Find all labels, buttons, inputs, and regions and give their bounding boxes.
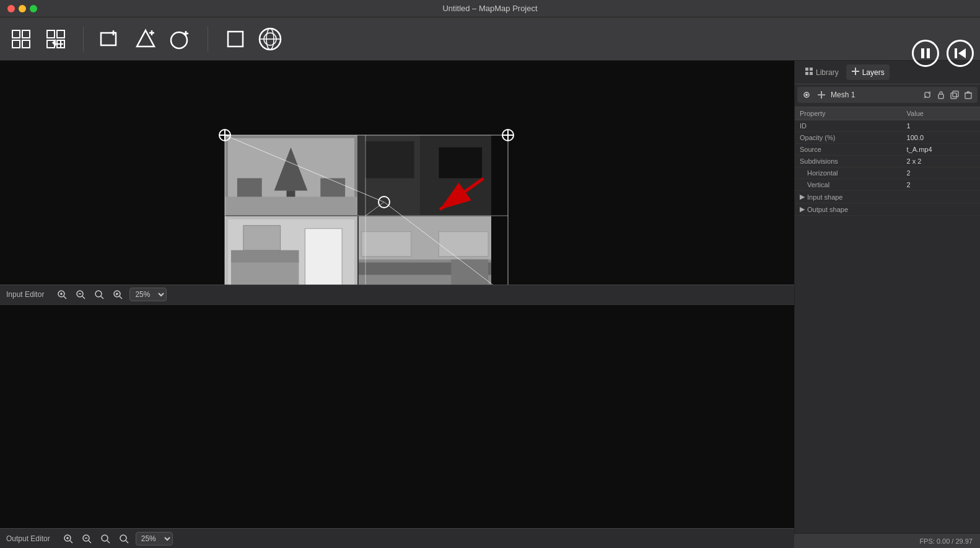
prop-val-source: t_A.mp4	[902, 144, 980, 156]
output-editor-strip: Output Editor 25%	[0, 528, 794, 548]
zoom-in-button-input[interactable]	[55, 288, 69, 301]
prop-row-vertical: Vertical 2	[795, 179, 980, 191]
tab-library[interactable]: Library	[800, 64, 844, 80]
add-mesh-button[interactable]	[96, 24, 126, 54]
svg-rect-20	[228, 32, 243, 46]
expand-icon-input-shape: ▶	[800, 193, 805, 201]
input-pane: Input Editor + 25%	[0, 61, 794, 305]
svg-rect-135	[810, 68, 813, 71]
add-layer-icon[interactable]	[816, 89, 827, 100]
properties-panel: Property Value ID 1 Opacity (%) 100.0 So…	[795, 107, 980, 548]
visibility-icon[interactable]	[801, 89, 812, 100]
vertex-tl[interactable]	[218, 128, 232, 142]
svg-rect-0	[12, 30, 20, 38]
minimize-button[interactable]	[19, 5, 26, 12]
svg-rect-2	[12, 40, 20, 48]
prop-key-id: ID	[795, 120, 902, 132]
add-circle-button[interactable]	[165, 24, 195, 54]
output-button[interactable]	[255, 24, 285, 54]
prop-val-subdivisions: 2 x 2	[902, 156, 980, 167]
close-button[interactable]	[7, 5, 15, 12]
layer-actions	[922, 89, 974, 100]
svg-text:+: +	[115, 293, 118, 296]
status-fps: FPS: 0.00 / 29.97	[912, 534, 980, 548]
zoom-out-button-output[interactable]	[80, 532, 94, 546]
prop-row-horizontal: Horizontal 2	[795, 167, 980, 179]
vertex-tr[interactable]	[501, 128, 515, 142]
duplicate-icon[interactable]	[949, 89, 960, 100]
svg-rect-4	[47, 30, 55, 38]
grid-icon[interactable]	[6, 24, 36, 54]
svg-line-129	[89, 541, 91, 543]
svg-line-84	[101, 296, 103, 299]
output-canvas[interactable]	[0, 305, 794, 549]
svg-rect-55	[243, 226, 281, 250]
zoom-actual-button-output[interactable]	[117, 532, 131, 546]
svg-rect-139	[852, 71, 859, 72]
input-shape-label: Input shape	[807, 193, 843, 201]
svg-point-130	[102, 535, 108, 541]
toolbar	[0, 17, 980, 61]
svg-rect-136	[805, 72, 808, 75]
library-tab-label: Library	[816, 68, 839, 77]
svg-rect-28	[955, 48, 957, 58]
fullscreen-button[interactable]	[221, 24, 250, 54]
prop-key-horizontal: Horizontal	[795, 167, 902, 179]
svg-rect-60	[362, 232, 411, 257]
output-editor-label: Output Editor	[6, 534, 50, 543]
svg-rect-1	[22, 30, 30, 38]
prop-row-id: ID 1	[795, 120, 980, 132]
lock-icon[interactable]	[935, 89, 947, 100]
titlebar: Untitled – MapMap Project	[0, 0, 980, 17]
svg-rect-25	[921, 48, 924, 58]
layers-panel: Mesh 1	[795, 84, 980, 107]
canvas-area: Input Editor + 25%	[0, 61, 794, 548]
svg-rect-134	[805, 68, 808, 71]
svg-point-141	[805, 94, 808, 96]
prop-val-id: 1	[902, 120, 980, 132]
add-triangle-button[interactable]	[131, 24, 160, 54]
pause-button[interactable]	[912, 40, 939, 67]
svg-rect-143	[818, 94, 825, 95]
svg-rect-137	[810, 72, 813, 75]
layer-row-mesh1[interactable]: Mesh 1	[797, 87, 978, 103]
svg-line-88	[120, 296, 122, 299]
svg-point-17	[171, 32, 187, 48]
link-icon[interactable]	[922, 89, 933, 100]
output-mesh-svg	[0, 305, 794, 549]
output-shape-label: Output shape	[807, 206, 848, 213]
prop-key-subdivisions: Subdivisions	[795, 156, 902, 167]
toolbar-view	[221, 24, 285, 54]
svg-rect-48	[439, 148, 482, 179]
zoom-fit-button-input[interactable]	[92, 288, 106, 301]
add-layer-icon[interactable]	[41, 24, 71, 54]
input-image-grid	[225, 135, 491, 296]
zoom-actual-button-input[interactable]: +	[111, 288, 125, 301]
maximize-button[interactable]	[30, 5, 37, 12]
svg-point-132	[120, 535, 126, 541]
output-shape-group[interactable]: ▶ Output shape	[795, 203, 980, 216]
prop-key-vertical: Vertical	[795, 179, 902, 191]
zoom-select-input[interactable]: 25%	[129, 288, 167, 301]
zoom-in-button-output[interactable]	[61, 532, 75, 546]
svg-line-131	[107, 541, 110, 543]
svg-rect-146	[951, 93, 956, 99]
fps-label: FPS: 0.00 / 29.97	[919, 537, 973, 545]
svg-point-73	[378, 197, 390, 208]
skip-back-button[interactable]	[947, 40, 974, 67]
vertex-inner[interactable]	[377, 195, 391, 209]
zoom-fit-button-output[interactable]	[98, 532, 112, 546]
input-canvas[interactable]	[0, 61, 794, 304]
prop-row-subdivisions: Subdivisions 2 x 2	[795, 156, 980, 167]
input-shape-group[interactable]: ▶ Input shape	[795, 191, 980, 203]
svg-rect-145	[938, 94, 943, 99]
prop-col-property: Property	[795, 107, 902, 120]
svg-line-82	[82, 296, 85, 299]
zoom-out-button-input[interactable]	[74, 288, 87, 301]
svg-rect-3	[22, 40, 30, 48]
delete-icon[interactable]	[963, 89, 974, 100]
toolbar-shapes	[96, 24, 195, 54]
zoom-select-output[interactable]: 25%	[136, 532, 173, 546]
tab-layers[interactable]: Layers	[846, 64, 890, 80]
prop-val-horizontal: 2	[902, 167, 980, 179]
